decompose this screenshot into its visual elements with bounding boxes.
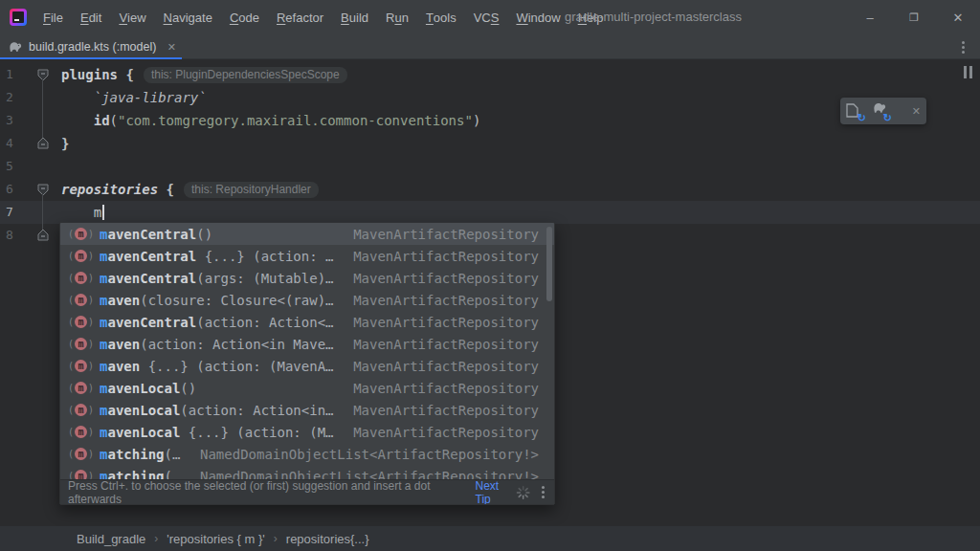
menu-edit[interactable]: Edit bbox=[72, 0, 110, 34]
text-caret bbox=[102, 205, 104, 220]
menu-view[interactable]: View bbox=[110, 0, 154, 34]
gradle-elephant-icon bbox=[8, 39, 23, 55]
code-line-7: m bbox=[61, 201, 104, 224]
current-line-highlight bbox=[0, 201, 980, 224]
inspections-paused-icon[interactable] bbox=[964, 66, 972, 78]
menu-run[interactable]: Run bbox=[377, 0, 417, 34]
inlay-hint[interactable]: this: RepositoryHandler bbox=[184, 182, 319, 198]
breadcrumb-bar: Build_gradle›'repositories { m }'›reposi… bbox=[0, 526, 980, 551]
window-controls: – ❐ ✕ bbox=[848, 0, 980, 34]
method-icon: (m) bbox=[68, 404, 94, 416]
method-icon: (m) bbox=[68, 228, 94, 240]
method-icon: (m) bbox=[68, 316, 94, 328]
menu-refactor[interactable]: Refactor bbox=[268, 0, 332, 34]
completion-item-maven[interactable]: (m)maven {...} (action: (MavenA…MavenArt… bbox=[60, 355, 554, 377]
popup-scrollbar[interactable] bbox=[546, 225, 553, 479]
inlay-hint[interactable]: this: PluginDependenciesSpecScope bbox=[144, 67, 347, 83]
fold-marker-close[interactable] bbox=[36, 224, 50, 247]
line-number-2: 2 bbox=[6, 86, 25, 109]
completion-item-maven[interactable]: (m)maven(action: Action<in Mave…MavenArt… bbox=[60, 333, 554, 355]
menu-tools[interactable]: Tools bbox=[417, 0, 465, 34]
tab-build-gradle-kts[interactable]: build.gradle.kts (:model) ✕ bbox=[0, 34, 182, 59]
completion-hint-text: Press Ctrl+. to choose the selected (or … bbox=[68, 479, 470, 506]
line-number-6: 6 bbox=[6, 178, 25, 201]
intellij-logo-icon bbox=[10, 9, 27, 26]
popup-menu-kebab-icon[interactable] bbox=[542, 486, 545, 498]
menu-file[interactable]: File bbox=[34, 0, 72, 34]
gradle-reload-toolbar: ↻ ↻ ✕ bbox=[840, 98, 926, 124]
reload-gradle-project-icon[interactable]: ↻ bbox=[872, 103, 888, 120]
load-script-changes-icon[interactable]: ↻ bbox=[846, 103, 862, 120]
completion-item-mavenCentral[interactable]: (m)mavenCentral {...} (action: …MavenArt… bbox=[60, 245, 554, 267]
titlebar: FileEditViewNavigateCodeRefactorBuildRun… bbox=[0, 0, 980, 34]
fold-marker-close[interactable] bbox=[36, 132, 50, 155]
completion-item-mavenLocal[interactable]: (m)mavenLocal(action: Action<in…MavenArt… bbox=[60, 399, 554, 421]
completion-item-mavenCentral[interactable]: (m)mavenCentral(args: (Mutable)…MavenArt… bbox=[60, 267, 554, 289]
completion-list: (m)mavenCentral()MavenArtifactRepository… bbox=[60, 223, 554, 480]
completion-item-mavenCentral[interactable]: (m)mavenCentral()MavenArtifactRepository bbox=[60, 223, 554, 245]
method-icon: (m) bbox=[68, 294, 94, 306]
completion-popup: (m)mavenCentral()MavenArtifactRepository… bbox=[59, 222, 555, 505]
completion-item-mavenCentral[interactable]: (m)mavenCentral(action: Action<…MavenArt… bbox=[60, 311, 554, 333]
dismiss-reload-icon[interactable]: ✕ bbox=[912, 105, 921, 118]
code-line-3: id("com.tomgregory.maxirail.common-conve… bbox=[61, 109, 480, 132]
method-icon: (m) bbox=[68, 272, 94, 284]
next-tip-link[interactable]: Next Tip bbox=[476, 479, 516, 506]
editor-tab-bar: build.gradle.kts (:model) ✕ bbox=[0, 34, 980, 59]
completion-item-mavenLocal[interactable]: (m)mavenLocal()MavenArtifactRepository bbox=[60, 377, 554, 399]
restore-button[interactable]: ❐ bbox=[892, 0, 936, 34]
menu-window[interactable]: Window bbox=[507, 0, 568, 34]
tab-options-icon[interactable] bbox=[955, 38, 970, 55]
code-line-4: } bbox=[61, 132, 69, 155]
code-line-2: `java-library` bbox=[61, 86, 207, 109]
line-number-5: 5 bbox=[6, 155, 25, 178]
line-number-3: 3 bbox=[6, 109, 25, 132]
method-icon: (m) bbox=[68, 338, 94, 350]
line-number-4: 4 bbox=[6, 132, 25, 155]
menubar: FileEditViewNavigateCodeRefactorBuildRun… bbox=[34, 0, 612, 34]
breadcrumb-item[interactable]: repositories{...} bbox=[286, 532, 369, 546]
breadcrumb-item[interactable]: Build_gradle bbox=[77, 532, 145, 546]
fold-marker-open[interactable] bbox=[36, 178, 50, 201]
method-icon: (m) bbox=[68, 250, 94, 262]
menu-vcs[interactable]: VCS bbox=[465, 0, 508, 34]
code-line-1: plugins {this: PluginDependenciesSpecSco… bbox=[61, 63, 347, 86]
method-icon: (m) bbox=[68, 448, 94, 460]
breadcrumb-separator: › bbox=[154, 532, 158, 545]
completion-item-mavenLocal[interactable]: (m)mavenLocal {...} (action: (M…MavenArt… bbox=[60, 421, 554, 443]
breadcrumb-separator: › bbox=[274, 532, 278, 545]
completion-item-maven[interactable]: (m)maven(closure: Closure<(raw)…MavenArt… bbox=[60, 289, 554, 311]
line-number-1: 1 bbox=[6, 63, 25, 86]
completion-item-matching[interactable]: (m)matching(…NamedDomainObjectList<Artif… bbox=[60, 443, 554, 465]
method-icon: (m) bbox=[68, 426, 94, 438]
line-number-7: 7 bbox=[6, 201, 25, 224]
method-icon: (m) bbox=[68, 382, 94, 394]
close-window-button[interactable]: ✕ bbox=[936, 0, 980, 34]
tab-close-icon[interactable]: ✕ bbox=[167, 41, 176, 54]
ide-window: FileEditViewNavigateCodeRefactorBuildRun… bbox=[0, 0, 980, 551]
menu-code[interactable]: Code bbox=[221, 0, 268, 34]
fold-region-line bbox=[42, 79, 43, 138]
fold-marker-open[interactable] bbox=[36, 63, 50, 86]
fold-region-line bbox=[42, 194, 43, 230]
menu-navigate[interactable]: Navigate bbox=[155, 0, 221, 34]
method-icon: (m) bbox=[68, 360, 94, 372]
tab-title: build.gradle.kts (:model) bbox=[29, 40, 156, 54]
line-number-8: 8 bbox=[6, 224, 25, 247]
completion-footer: Press Ctrl+. to choose the selected (or … bbox=[60, 479, 554, 504]
window-title: gradle-multi-project-masterclass bbox=[565, 0, 742, 34]
progress-spinner-icon bbox=[516, 485, 530, 500]
minimize-button[interactable]: – bbox=[848, 0, 892, 34]
breadcrumb-item[interactable]: 'repositories { m }' bbox=[167, 532, 265, 546]
menu-build[interactable]: Build bbox=[332, 0, 377, 34]
active-tab-indicator bbox=[0, 57, 182, 59]
code-line-6: repositories {this: RepositoryHandler bbox=[61, 178, 319, 201]
